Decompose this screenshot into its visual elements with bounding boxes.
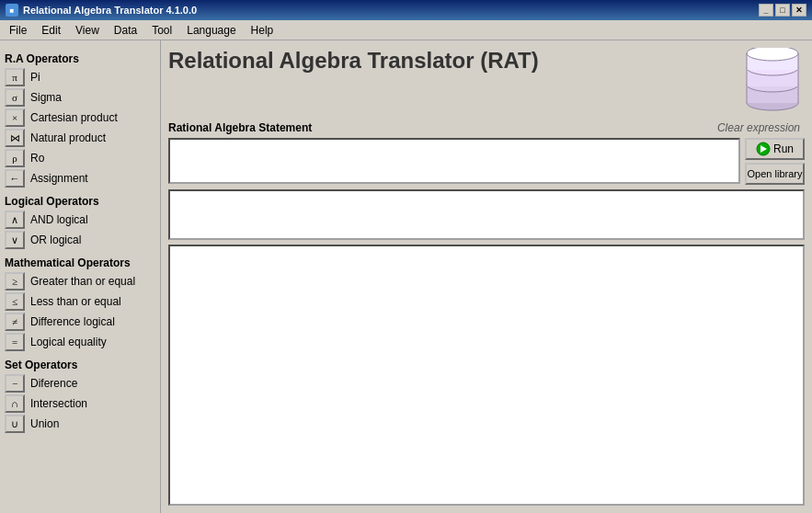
operator-and[interactable]: ∧ AND logical: [5, 211, 155, 229]
pi-button[interactable]: π: [5, 68, 25, 86]
natural-label: Natural product: [30, 131, 106, 144]
operator-intersection[interactable]: ∩ Intersection: [5, 394, 155, 413]
app-title: Relational Algebra Translator (RAT): [168, 48, 694, 74]
operator-union[interactable]: ∪ Union: [5, 415, 155, 433]
close-button[interactable]: ✕: [792, 4, 806, 17]
gte-button[interactable]: ≥: [5, 272, 25, 291]
sigma-button[interactable]: σ: [5, 88, 25, 107]
intersection-label: Intersection: [30, 397, 87, 410]
operator-diff[interactable]: ≠ Difference logical: [5, 313, 155, 331]
union-label: Union: [30, 417, 59, 430]
difference-button[interactable]: −: [5, 374, 25, 393]
menu-bar: File Edit View Data Tool Language Help: [0, 20, 812, 40]
content-header: Relational Algebra Translator (RAT): [168, 48, 805, 112]
db-graphic: [694, 48, 805, 112]
assignment-button[interactable]: ←: [5, 169, 25, 188]
difference-label: Diference: [30, 377, 77, 390]
run-icon: [756, 142, 771, 156]
and-label: AND logical: [30, 213, 88, 226]
content-area: Relational Algebra Translator (RAT): [161, 40, 812, 513]
ro-button[interactable]: ρ: [5, 149, 25, 167]
logical-operators-title: Logical Operators: [5, 195, 155, 208]
clear-expression-link[interactable]: Clear expression: [717, 121, 800, 134]
sigma-label: Sigma: [30, 91, 62, 104]
menu-file[interactable]: File: [2, 22, 34, 39]
diff-button[interactable]: ≠: [5, 313, 25, 331]
statement-textarea[interactable]: [168, 138, 740, 184]
menu-tool[interactable]: Tool: [144, 22, 179, 39]
window-title: Relational Algebra Translator 4.1.0.0: [23, 5, 197, 16]
statement-label: Rational Algebra Statement: [168, 121, 717, 134]
maximize-button[interactable]: □: [775, 4, 790, 17]
union-button[interactable]: ∪: [5, 415, 25, 433]
title-bar: ■ Relational Algebra Translator 4.1.0.0 …: [0, 0, 812, 20]
run-label: Run: [773, 142, 794, 155]
window-controls: _ □ ✕: [759, 4, 806, 17]
menu-edit[interactable]: Edit: [34, 22, 68, 39]
operator-lte[interactable]: ≤ Less than or equal: [5, 292, 155, 311]
operator-gte[interactable]: ≥ Greater than or equal: [5, 272, 155, 291]
run-button[interactable]: Run: [745, 138, 805, 160]
output-area-2: [168, 245, 805, 506]
statement-input-row: Run Open library: [168, 138, 805, 185]
set-operators-title: Set Operators: [5, 359, 155, 371]
lte-button[interactable]: ≤: [5, 292, 25, 311]
svg-point-6: [747, 48, 798, 61]
operator-cartesian[interactable]: × Cartesian product: [5, 108, 155, 127]
operator-pi[interactable]: π Pi: [5, 68, 155, 86]
or-label: OR logical: [30, 234, 81, 246]
ra-operators-title: R.A Operators: [5, 52, 155, 65]
natural-button[interactable]: ⋈: [5, 129, 25, 147]
menu-help[interactable]: Help: [244, 22, 281, 39]
eq-label: Logical equality: [30, 336, 107, 348]
ro-label: Ro: [30, 152, 44, 165]
mathematical-operators-title: Mathematical Operators: [5, 256, 155, 269]
cartesian-label: Cartesian product: [30, 111, 118, 124]
menu-language[interactable]: Language: [179, 22, 243, 39]
and-button[interactable]: ∧: [5, 211, 25, 229]
app-icon: ■: [6, 4, 18, 17]
side-buttons: Run Open library: [745, 138, 805, 185]
pi-label: Pi: [30, 71, 40, 84]
minimize-button[interactable]: _: [759, 4, 773, 17]
operator-or[interactable]: ∨ OR logical: [5, 231, 155, 249]
lte-label: Less than or equal: [30, 295, 121, 308]
open-library-button[interactable]: Open library: [745, 163, 805, 185]
eq-button[interactable]: =: [5, 333, 25, 351]
gte-label: Greater than or equal: [30, 275, 135, 288]
sidebar: R.A Operators π Pi σ Sigma × Cartesian p…: [0, 40, 161, 513]
operator-ro[interactable]: ρ Ro: [5, 149, 155, 167]
assignment-label: Assignment: [30, 172, 88, 185]
or-button[interactable]: ∨: [5, 231, 25, 249]
menu-view[interactable]: View: [68, 22, 107, 39]
operator-natural[interactable]: ⋈ Natural product: [5, 129, 155, 147]
operator-eq[interactable]: = Logical equality: [5, 333, 155, 351]
cartesian-button[interactable]: ×: [5, 108, 25, 127]
menu-data[interactable]: Data: [107, 22, 144, 39]
intersection-button[interactable]: ∩: [5, 394, 25, 413]
output-area-1: [168, 189, 805, 240]
main-layout: R.A Operators π Pi σ Sigma × Cartesian p…: [0, 40, 812, 513]
operator-sigma[interactable]: σ Sigma: [5, 88, 155, 107]
operator-difference[interactable]: − Diference: [5, 374, 155, 393]
operator-assignment[interactable]: ← Assignment: [5, 169, 155, 188]
open-library-label: Open library: [748, 168, 803, 179]
statement-row: Rational Algebra Statement Clear express…: [168, 121, 805, 134]
diff-label: Difference logical: [30, 315, 115, 328]
